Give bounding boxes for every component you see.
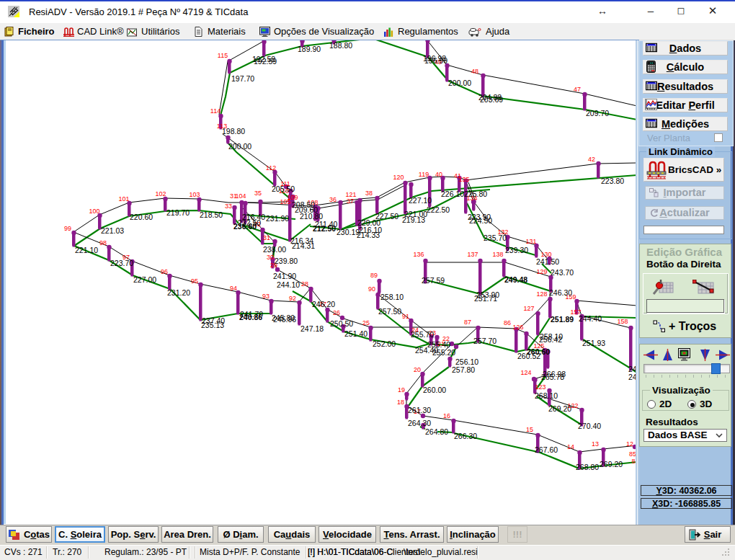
svg-text:103: 103	[189, 191, 200, 198]
svg-text:35: 35	[254, 190, 262, 197]
svg-text:94: 94	[230, 285, 237, 292]
svg-text:189.90: 189.90	[298, 45, 321, 53]
svg-text:137: 137	[467, 251, 478, 258]
svg-text:124: 124	[520, 369, 531, 376]
svg-text:256.42: 256.42	[539, 335, 562, 344]
svg-text:90: 90	[368, 285, 375, 293]
svg-text:135: 135	[458, 176, 469, 183]
svg-text:200.00: 200.00	[228, 142, 251, 151]
svg-text:25: 25	[362, 319, 370, 326]
svg-text:239.80: 239.80	[275, 257, 298, 265]
svg-text:112: 112	[266, 164, 276, 172]
svg-text:264.30: 264.30	[408, 419, 431, 427]
svg-text:33: 33	[225, 203, 232, 210]
svg-text:30: 30	[267, 254, 274, 261]
svg-text:100: 100	[89, 208, 99, 215]
svg-text:12: 12	[626, 440, 633, 448]
svg-text:251.40: 251.40	[344, 329, 368, 338]
svg-text:196.99: 196.99	[424, 56, 447, 65]
svg-text:197.70: 197.70	[231, 74, 254, 83]
svg-text:214.31: 214.31	[292, 241, 315, 250]
svg-text:223.70: 223.70	[110, 259, 133, 267]
svg-text:235.70: 235.70	[484, 234, 507, 242]
svg-text:266.30: 266.30	[454, 432, 477, 440]
svg-text:8: 8	[631, 458, 635, 465]
svg-text:40: 40	[435, 171, 442, 178]
svg-text:37: 37	[347, 197, 354, 205]
svg-text:19: 19	[398, 386, 405, 394]
svg-text:16: 16	[443, 412, 450, 419]
svg-text:258.10: 258.10	[380, 293, 404, 301]
svg-text:257.70: 257.70	[473, 337, 496, 345]
svg-text:268.80: 268.80	[576, 463, 599, 471]
svg-text:244.10: 244.10	[277, 280, 300, 289]
svg-text:91: 91	[402, 313, 409, 320]
svg-text:241.90: 241.90	[273, 272, 296, 280]
svg-text:18: 18	[397, 399, 404, 406]
svg-text:115: 115	[218, 52, 228, 59]
svg-text:192.59: 192.59	[254, 57, 277, 66]
svg-text:252.00: 252.00	[373, 339, 396, 348]
svg-text:92: 92	[289, 295, 296, 302]
svg-text:257.50: 257.50	[378, 307, 401, 316]
svg-text:96: 96	[161, 268, 168, 275]
svg-text:129: 129	[536, 268, 547, 275]
svg-text:225.80: 225.80	[464, 190, 487, 198]
svg-text:120: 120	[393, 174, 404, 181]
svg-text:20: 20	[414, 366, 421, 373]
svg-text:221.03: 221.03	[101, 226, 124, 235]
svg-text:238.00: 238.00	[263, 245, 286, 254]
svg-text:104: 104	[235, 192, 246, 200]
svg-text:14: 14	[567, 443, 574, 450]
svg-text:255.70: 255.70	[411, 330, 434, 339]
svg-text:188.80: 188.80	[329, 41, 352, 50]
svg-text:218.50: 218.50	[200, 210, 223, 219]
svg-text:138: 138	[492, 251, 503, 258]
svg-text:123: 123	[535, 383, 545, 391]
svg-text:257.80: 257.80	[452, 365, 475, 374]
svg-text:236.60: 236.60	[233, 222, 257, 231]
svg-text:126: 126	[512, 324, 523, 331]
svg-text:231.90: 231.90	[266, 214, 289, 223]
svg-text:28: 28	[301, 280, 308, 288]
svg-text:99: 99	[64, 225, 71, 232]
svg-text:261.30: 261.30	[408, 406, 431, 414]
svg-text:255.20: 255.20	[432, 348, 455, 357]
svg-text:223.80: 223.80	[601, 177, 624, 185]
svg-text:98: 98	[99, 239, 107, 246]
svg-text:270.40: 270.40	[578, 422, 601, 430]
svg-text:219.13: 219.13	[402, 215, 425, 224]
svg-text:105: 105	[280, 198, 290, 205]
svg-text:220.60: 220.60	[130, 213, 153, 221]
svg-text:227.00: 227.00	[133, 275, 156, 284]
svg-text:38: 38	[365, 190, 373, 197]
svg-text:251.71: 251.71	[474, 294, 497, 303]
svg-text:251.89: 251.89	[551, 315, 574, 324]
svg-text:205.50: 205.50	[272, 185, 295, 193]
svg-text:246.20: 246.20	[312, 300, 335, 308]
svg-text:257.59: 257.59	[422, 276, 445, 285]
svg-text:226.10: 226.10	[441, 190, 464, 198]
svg-text:240.86: 240.86	[239, 313, 262, 321]
svg-text:188.20: 188.20	[353, 40, 376, 42]
svg-text:269.20: 269.20	[600, 460, 623, 468]
svg-text:89: 89	[370, 272, 378, 279]
svg-text:13: 13	[592, 440, 599, 448]
svg-text:209.70: 209.70	[586, 109, 609, 117]
svg-text:264.80: 264.80	[425, 427, 448, 436]
svg-text:158: 158	[617, 318, 628, 325]
svg-text:246.30: 246.30	[549, 288, 572, 297]
svg-text:119: 119	[419, 171, 429, 178]
svg-text:241.50: 241.50	[536, 257, 559, 266]
svg-text:198.80: 198.80	[222, 127, 245, 135]
svg-text:239.30: 239.30	[505, 246, 528, 254]
svg-text:265.78: 265.78	[541, 373, 564, 381]
svg-text:247.18: 247.18	[300, 324, 324, 333]
svg-text:227.10: 227.10	[409, 196, 432, 205]
svg-text:87: 87	[464, 319, 471, 326]
svg-text:251.93: 251.93	[582, 339, 605, 347]
svg-text:244.40: 244.40	[579, 314, 602, 323]
svg-text:131: 131	[525, 238, 536, 245]
svg-text:260.00: 260.00	[423, 386, 446, 394]
svg-text:231.20: 231.20	[167, 288, 190, 297]
